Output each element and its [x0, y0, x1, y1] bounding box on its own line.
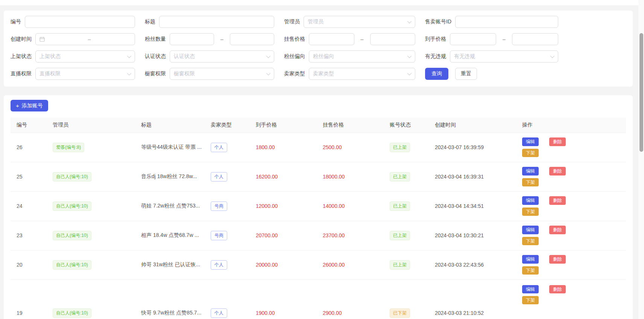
- sell-account-id-label: 售卖账号ID: [425, 18, 451, 25]
- unlist-button[interactable]: 下架: [522, 296, 539, 304]
- created-time: 2024-03-04 16:39:31: [429, 162, 516, 191]
- shelf-status-select[interactable]: 上架状态: [35, 50, 135, 63]
- listing-price-value: 2500.00: [317, 133, 384, 162]
- fans-bias-select[interactable]: 粉丝偏向: [309, 50, 415, 63]
- reset-button[interactable]: 重置: [455, 68, 477, 80]
- unlist-button[interactable]: 下架: [522, 237, 539, 245]
- edit-button[interactable]: 编辑: [522, 196, 539, 205]
- created-time: 2024-03-03 22:43:56: [429, 250, 516, 279]
- row-id: 25: [11, 162, 47, 191]
- delete-button[interactable]: 删除: [549, 167, 566, 175]
- seller-type-label: 卖家类型: [284, 70, 305, 77]
- filter-field-sell-account-id: 售卖账号ID: [425, 16, 568, 28]
- unlist-button[interactable]: 下架: [522, 149, 539, 157]
- edit-button[interactable]: 编辑: [522, 285, 539, 293]
- listing-price-value: 14000.00: [317, 191, 384, 221]
- created-time: 2024-03-04 14:34:51: [429, 191, 516, 221]
- created-time: 2024-03-03 21:10:52: [429, 279, 516, 319]
- listing-price-value: 23700.00: [317, 221, 384, 250]
- filter-field-fans-bias: 粉丝偏向 粉丝偏向: [284, 50, 425, 63]
- edit-button[interactable]: 编辑: [522, 255, 539, 263]
- unlist-button[interactable]: 下架: [522, 178, 539, 186]
- table-row: 26 爱慕(编号:8) 等级号44级未认证 带票 ... 个人 1800.00 …: [11, 133, 626, 162]
- filter-field-id: 编号: [11, 16, 145, 28]
- listing-price-min-input[interactable]: [309, 33, 354, 45]
- live-perm-select[interactable]: 直播权限: [35, 68, 135, 80]
- final-price-label: 到手价格: [425, 36, 446, 43]
- table-row: 25 自己人(编号:10) 音乐dj 18w粉丝 72.8w... 个人 162…: [11, 162, 626, 191]
- plus-icon: +: [16, 103, 19, 108]
- fans-count-min-input[interactable]: [170, 33, 214, 45]
- search-button[interactable]: 查询: [425, 68, 448, 80]
- table-header-row: 编号 管理员 标题 卖家类型 到手价格 挂售价格 账号状态 创建时间 操作: [11, 118, 626, 133]
- sell-account-id-input[interactable]: [455, 16, 558, 28]
- edit-button[interactable]: 编辑: [522, 137, 539, 146]
- status-badge: 已上架: [390, 231, 410, 240]
- status-badge: 已上架: [390, 143, 410, 152]
- filter-field-live-perm: 直播权限 直播权限: [11, 68, 145, 80]
- live-perm-label: 直播权限: [11, 70, 32, 77]
- delete-button[interactable]: 删除: [549, 196, 566, 205]
- manager-tag: 自己人(编号:10): [53, 172, 91, 182]
- seller-type-tag: 号商: [211, 231, 227, 240]
- final-price-min-input[interactable]: [450, 33, 496, 45]
- delete-button[interactable]: 删除: [549, 255, 566, 263]
- unlist-button[interactable]: 下架: [522, 208, 539, 216]
- delete-button[interactable]: 删除: [549, 137, 566, 146]
- live-perm-placeholder: 直播权限: [39, 70, 127, 77]
- seller-type-select[interactable]: 卖家类型: [309, 68, 415, 80]
- unlist-button[interactable]: 下架: [522, 266, 539, 275]
- created-time: 2024-03-07 16:39:59: [429, 133, 516, 162]
- row-id: 23: [11, 221, 47, 250]
- final-price-value: 20700.00: [250, 221, 317, 250]
- violation-placeholder: 有无违规: [454, 53, 550, 60]
- violation-label: 有无违规: [425, 53, 446, 60]
- final-price-max-input[interactable]: [512, 33, 558, 45]
- chevron-down-icon: [407, 54, 412, 58]
- title-input[interactable]: [159, 16, 274, 28]
- admin-select-placeholder: 管理员: [308, 18, 407, 25]
- edit-button[interactable]: 编辑: [522, 226, 539, 234]
- window-perm-select[interactable]: 橱窗权限: [170, 68, 274, 80]
- header-created: 创建时间: [429, 118, 516, 133]
- shelf-status-label: 上架状态: [11, 53, 32, 60]
- filter-field-fans-count: 粉丝数量 –: [145, 33, 284, 45]
- fans-bias-label: 粉丝偏向: [284, 53, 305, 60]
- filter-buttons: 查询 重置: [425, 68, 568, 80]
- row-title: 等级号44级未认证 带票 ...: [135, 133, 205, 162]
- filter-field-title: 标题: [145, 16, 284, 28]
- vertical-scrollbar-thumb[interactable]: [639, 33, 643, 152]
- listing-price-max-input[interactable]: [370, 33, 416, 45]
- filter-field-listing-price: 挂售价格 –: [284, 33, 425, 45]
- title-label: 标题: [145, 18, 155, 25]
- seller-type-tag: 个人: [211, 308, 227, 318]
- filter-field-window-perm: 橱窗权限 橱窗权限: [145, 68, 284, 80]
- edit-button[interactable]: 编辑: [522, 167, 539, 175]
- header-actions: 操作: [516, 118, 626, 133]
- seller-type-tag: 个人: [211, 260, 227, 270]
- violation-select[interactable]: 有无违规: [450, 50, 558, 63]
- row-title: 音乐dj 18w粉丝 72.8w...: [135, 162, 205, 191]
- admin-select[interactable]: 管理员: [304, 16, 415, 28]
- id-input[interactable]: [25, 16, 135, 28]
- filter-field-create-time: 创建时间 –: [11, 33, 145, 45]
- add-account-button[interactable]: + 添加账号: [11, 100, 48, 111]
- delete-button[interactable]: 删除: [549, 285, 566, 293]
- fans-count-max-input[interactable]: [230, 33, 274, 45]
- create-time-range-picker[interactable]: –: [35, 33, 135, 45]
- chevron-down-icon: [407, 71, 412, 75]
- top-white-bar: [0, 0, 644, 5]
- auth-status-select[interactable]: 认证状态: [170, 50, 274, 63]
- delete-button[interactable]: 删除: [549, 226, 566, 234]
- table-row: 23 自己人(编号:10) 相声 18.4w 点赞68.7w ... 号商 20…: [11, 221, 626, 250]
- listing-price-value: 2900.00: [317, 279, 384, 319]
- row-title: 快哥 9.7w粉丝 点赞85.7...: [135, 279, 205, 319]
- auth-status-label: 认证状态: [145, 53, 166, 60]
- add-account-label: 添加账号: [22, 102, 43, 109]
- row-id: 19: [11, 279, 47, 319]
- final-price-value: 12000.00: [250, 191, 317, 221]
- final-price-value: 20000.00: [250, 250, 317, 279]
- filter-field-violation: 有无违规 有无违规: [425, 50, 568, 63]
- final-price-value: 16200.00: [250, 162, 317, 191]
- accounts-panel: + 添加账号 编号 管理员 标题 卖家类型 到手价格 挂售价格 账号状态 创建时…: [4, 95, 633, 319]
